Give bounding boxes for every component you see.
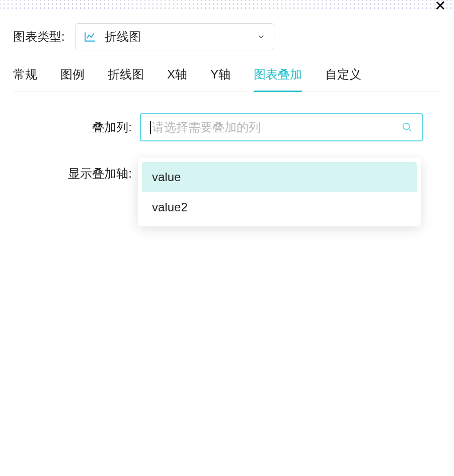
chart-type-select[interactable]: 折线图 <box>75 23 274 50</box>
tab-y-axis[interactable]: Y轴 <box>210 66 231 92</box>
search-icon <box>402 122 413 133</box>
close-icon[interactable]: ✕ <box>434 0 446 13</box>
text-cursor <box>150 121 151 134</box>
tab-legend[interactable]: 图例 <box>60 66 85 92</box>
line-chart-icon <box>84 30 97 43</box>
overlay-column-select[interactable]: 请选择需要叠加的列 <box>140 113 423 141</box>
drag-handle[interactable]: ✕ <box>0 0 454 9</box>
tab-x-axis[interactable]: X轴 <box>167 66 187 92</box>
dropdown-option-value2[interactable]: value2 <box>142 192 417 222</box>
tab-line-chart[interactable]: 折线图 <box>108 66 144 92</box>
tab-custom[interactable]: 自定义 <box>325 66 361 92</box>
svg-line-1 <box>409 129 412 132</box>
overlay-column-label: 叠加列: <box>13 119 140 135</box>
svg-point-0 <box>403 123 410 130</box>
chevron-down-icon <box>257 32 266 41</box>
tab-general[interactable]: 常规 <box>13 66 37 92</box>
overlay-column-placeholder: 请选择需要叠加的列 <box>152 119 402 135</box>
show-overlay-axis-label: 显示叠加轴: <box>13 166 140 182</box>
chart-type-value: 折线图 <box>105 29 249 45</box>
tabs: 常规 图例 折线图 X轴 Y轴 图表叠加 自定义 <box>13 66 441 92</box>
chart-type-label: 图表类型: <box>13 29 65 45</box>
dropdown-option-value[interactable]: value <box>142 162 417 192</box>
tab-chart-overlay[interactable]: 图表叠加 <box>254 66 302 92</box>
dropdown-panel: value value2 <box>138 158 421 226</box>
